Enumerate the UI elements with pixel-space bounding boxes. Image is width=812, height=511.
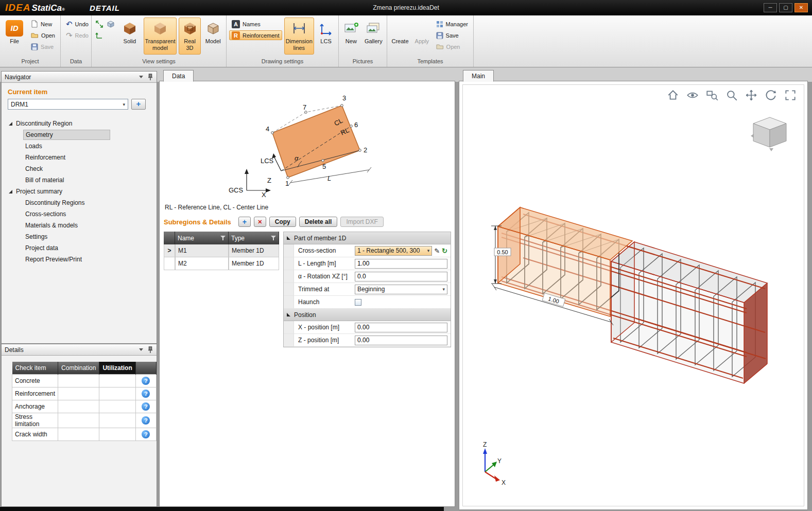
undo-button[interactable]: ↶ Undo [63,19,91,29]
trimmed-at-dropdown[interactable]: Beginning ▾ [355,285,447,294]
tree-node-discontinuity-region[interactable]: Discontinuity Region [2,118,157,129]
template-manager-button[interactable]: Manager [434,19,471,29]
bottom-partial-bar [0,507,444,511]
template-save-button[interactable]: Save [434,30,471,40]
x-position-input[interactable] [355,323,447,332]
z-position-input[interactable] [355,336,447,345]
viewport[interactable]: 0.50 1.00 Z Y X [459,81,808,510]
tree-node-project-summary[interactable]: Project summary [2,186,157,197]
dimension-lines-button[interactable]: Dimension lines [284,17,315,55]
maximize-button[interactable]: ▢ [779,3,792,12]
column-name: Name [178,235,194,242]
help-icon[interactable]: ? [142,377,150,385]
tab-main[interactable]: Main [463,70,494,82]
save-button[interactable]: Save [28,42,58,51]
tree-item-check[interactable]: Check [2,163,157,174]
pan-icon[interactable] [745,89,758,102]
details-collapse-icon[interactable] [139,348,143,351]
add-region-button[interactable]: + [131,99,146,110]
visibility-eye-icon[interactable] [686,89,699,102]
tree-item-settings[interactable]: Settings [2,231,157,242]
tree-item-report-preview[interactable]: Report Preview/Print [2,254,157,265]
minimize-button[interactable]: ─ [764,3,777,12]
tree-item-discontinuity-regions[interactable]: Discontinuity Regions [2,197,157,208]
open-button[interactable]: Open [28,30,58,40]
tree-item-cross-sections[interactable]: Cross-sections [2,208,157,220]
lcs-button[interactable]: LCS [316,17,336,55]
delete-subregion-button[interactable]: ✕ [254,217,266,227]
point-label-1: 1 [285,180,289,187]
reinforcement-toggle[interactable]: R Reinforcement [229,30,282,40]
tree-item-reinforcement[interactable]: Reinforcement [2,152,157,163]
zoom-extents-button[interactable] [94,19,105,29]
tree-item-loads[interactable]: Loads [2,140,157,152]
navigator-tree: Discontinuity Region Geometry Loads Rein… [2,118,157,265]
group-collapse-icon[interactable] [287,236,290,240]
property-grid: Part of member 1D Cross-section 1 - Rect… [283,232,451,347]
length-input[interactable] [355,259,447,269]
member-row-m1[interactable]: > M1 Member 1D [164,244,279,257]
rotate-icon[interactable] [764,89,778,102]
group-position[interactable]: Position [284,309,451,321]
gallery-button[interactable]: Gallery [363,17,384,55]
tree-item-materials-models[interactable]: Materials & models [2,220,157,231]
navigation-cube[interactable] [749,113,791,155]
picture-new-button[interactable]: New [341,17,361,55]
import-dxf-button[interactable]: Import DXF [340,217,383,227]
lcs-axes-icon [319,21,333,36]
pin-icon[interactable] [147,346,153,354]
dropdown-arrow-icon: ▾ [427,248,430,253]
help-icon[interactable]: ? [142,430,150,438]
rotation-input[interactable] [355,272,447,281]
details-row-crack-width: Crack width ? [12,428,157,440]
navigator-collapse-icon[interactable] [139,76,143,78]
tree-item-geometry[interactable]: Geometry [2,129,157,140]
axes-triad: Z Y X [483,441,506,486]
template-apply-button[interactable]: Apply [412,17,431,55]
redo-button[interactable]: ↷ Redo [63,30,91,40]
tab-data[interactable]: Data [163,70,194,82]
group-part-of-member[interactable]: Part of member 1D [284,232,451,244]
help-icon[interactable]: ? [142,390,150,398]
close-button[interactable]: ✕ [794,3,808,12]
filter-icon[interactable] [271,236,276,241]
expander-icon[interactable] [9,190,12,193]
add-subregion-button[interactable]: + [238,217,251,227]
refresh-cross-section-icon[interactable]: ↻ [442,247,447,255]
manager-grid-icon [436,21,443,28]
copy-button[interactable]: Copy [269,217,296,227]
zoom-window-icon[interactable] [705,89,719,102]
template-open-button[interactable]: Open [434,42,471,51]
solid-button[interactable]: Solid [118,17,142,55]
zoom-icon[interactable] [725,89,738,102]
filter-icon[interactable] [220,236,226,241]
axis-z-label: Z [483,441,487,448]
help-icon[interactable]: ? [142,402,150,411]
tree-item-project-data[interactable]: Project data [2,242,157,254]
pin-icon[interactable] [147,74,153,81]
member-row-m2[interactable]: M2 Member 1D [164,257,279,270]
group-label-view: View settings [92,58,226,67]
file-button[interactable]: ID File [3,17,26,55]
zoom-extents-icon[interactable] [784,89,797,102]
model-button[interactable]: Model [203,17,223,55]
gallery-icon [366,22,381,35]
transparent-model-button[interactable]: Transparent model [144,17,177,55]
home-view-icon[interactable] [666,89,680,102]
member-shape[interactable] [272,105,360,178]
haunch-checkbox[interactable] [355,299,361,306]
new-button[interactable]: New [28,19,58,29]
delete-all-button[interactable]: Delete all [299,217,338,227]
edit-cross-section-icon[interactable]: ✎ [434,247,440,255]
real-3d-button[interactable]: Real 3D [179,17,200,55]
current-item-dropdown[interactable]: DRM1 ▾ [8,99,128,110]
tree-item-bill-of-material[interactable]: Bill of material [2,174,157,186]
cross-section-dropdown[interactable]: 1 - Rectangle 500, 300 ▾ [355,246,432,256]
axis-view-button[interactable] [94,30,105,41]
help-icon[interactable]: ? [142,416,150,425]
names-toggle[interactable]: A Names [229,19,282,29]
view-cube-button[interactable] [106,19,116,29]
group-collapse-icon[interactable] [287,313,290,316]
template-create-button[interactable]: Create [390,17,410,55]
expander-icon[interactable] [9,122,12,126]
